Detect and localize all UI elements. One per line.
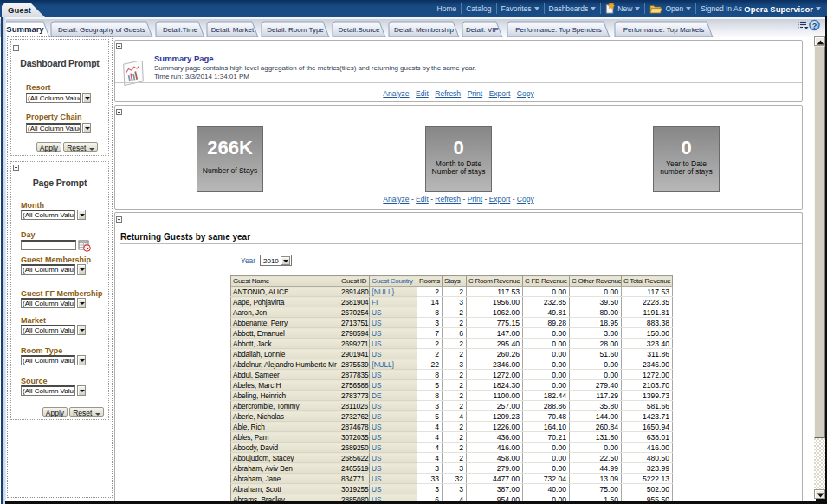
svg-text:?: ? <box>812 22 817 30</box>
svg-text:Performance: Top Spenders: Performance: Top Spenders <box>515 26 601 34</box>
svg-text:Performance: Top Markets: Performance: Top Markets <box>623 26 705 34</box>
svg-text:Detail: Geography of Guests: Detail: Geography of Guests <box>58 26 145 34</box>
svg-text:Detail: VIP: Detail: VIP <box>466 26 499 34</box>
svg-text:Detail:Source: Detail:Source <box>338 26 380 34</box>
svg-text:Detail: Room Type: Detail: Room Type <box>267 26 324 34</box>
svg-text:Detail: Membership: Detail: Membership <box>394 26 454 34</box>
svg-text:Summary: Summary <box>6 24 44 34</box>
svg-text:Detail:Time: Detail:Time <box>163 26 198 34</box>
svg-text:Detail: Market: Detail: Market <box>211 26 255 34</box>
